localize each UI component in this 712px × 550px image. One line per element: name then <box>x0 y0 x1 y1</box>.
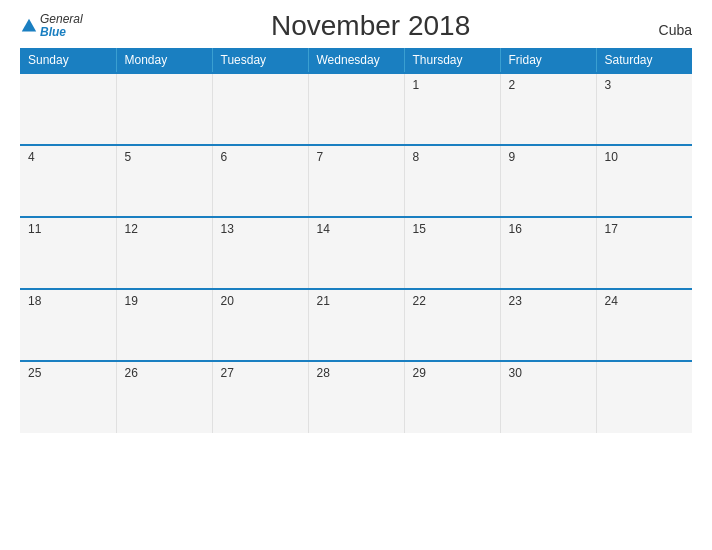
day-number: 2 <box>509 78 516 92</box>
calendar-cell: 10 <box>596 145 692 217</box>
day-header-monday: Monday <box>116 48 212 73</box>
calendar-cell: 24 <box>596 289 692 361</box>
calendar-cell: 14 <box>308 217 404 289</box>
day-number: 8 <box>413 150 420 164</box>
calendar-cell: 25 <box>20 361 116 433</box>
day-number: 24 <box>605 294 618 308</box>
day-number: 21 <box>317 294 330 308</box>
calendar-cell: 15 <box>404 217 500 289</box>
week-row-4: 252627282930 <box>20 361 692 433</box>
day-number: 11 <box>28 222 41 236</box>
day-number: 9 <box>509 150 516 164</box>
day-header-tuesday: Tuesday <box>212 48 308 73</box>
day-number: 14 <box>317 222 330 236</box>
day-number: 15 <box>413 222 426 236</box>
day-number: 25 <box>28 366 41 380</box>
day-header-thursday: Thursday <box>404 48 500 73</box>
week-row-1: 45678910 <box>20 145 692 217</box>
day-number: 6 <box>221 150 228 164</box>
calendar-cell <box>212 73 308 145</box>
logo-icon <box>20 17 38 35</box>
calendar-body: 1234567891011121314151617181920212223242… <box>20 73 692 433</box>
day-number: 17 <box>605 222 618 236</box>
day-number: 26 <box>125 366 138 380</box>
day-number: 5 <box>125 150 132 164</box>
day-number: 23 <box>509 294 522 308</box>
calendar-cell: 13 <box>212 217 308 289</box>
day-number: 29 <box>413 366 426 380</box>
week-row-0: 123 <box>20 73 692 145</box>
calendar-cell: 17 <box>596 217 692 289</box>
calendar-cell: 16 <box>500 217 596 289</box>
calendar-cell <box>308 73 404 145</box>
page-header: General Blue November 2018 Cuba <box>20 10 692 42</box>
logo: General Blue <box>20 13 83 39</box>
day-header-friday: Friday <box>500 48 596 73</box>
calendar-table: SundayMondayTuesdayWednesdayThursdayFrid… <box>20 48 692 433</box>
calendar-title: November 2018 <box>271 10 470 42</box>
day-number: 12 <box>125 222 138 236</box>
day-number: 10 <box>605 150 618 164</box>
calendar-cell: 29 <box>404 361 500 433</box>
calendar-cell: 21 <box>308 289 404 361</box>
calendar-cell: 5 <box>116 145 212 217</box>
calendar-cell <box>116 73 212 145</box>
calendar-cell: 11 <box>20 217 116 289</box>
calendar-cell: 20 <box>212 289 308 361</box>
logo-blue-text: Blue <box>40 26 83 39</box>
days-row: SundayMondayTuesdayWednesdayThursdayFrid… <box>20 48 692 73</box>
calendar-cell: 2 <box>500 73 596 145</box>
calendar-cell: 9 <box>500 145 596 217</box>
day-number: 7 <box>317 150 324 164</box>
calendar-cell: 8 <box>404 145 500 217</box>
day-number: 16 <box>509 222 522 236</box>
day-number: 3 <box>605 78 612 92</box>
day-number: 27 <box>221 366 234 380</box>
calendar-cell <box>596 361 692 433</box>
day-header-wednesday: Wednesday <box>308 48 404 73</box>
day-number: 1 <box>413 78 420 92</box>
calendar-cell <box>20 73 116 145</box>
calendar-cell: 26 <box>116 361 212 433</box>
day-number: 20 <box>221 294 234 308</box>
calendar-cell: 30 <box>500 361 596 433</box>
day-number: 4 <box>28 150 35 164</box>
calendar-cell: 28 <box>308 361 404 433</box>
day-header-saturday: Saturday <box>596 48 692 73</box>
day-number: 22 <box>413 294 426 308</box>
day-header-sunday: Sunday <box>20 48 116 73</box>
calendar-cell: 23 <box>500 289 596 361</box>
calendar-cell: 1 <box>404 73 500 145</box>
day-number: 28 <box>317 366 330 380</box>
country-label: Cuba <box>659 22 692 42</box>
day-number: 19 <box>125 294 138 308</box>
calendar-header: SundayMondayTuesdayWednesdayThursdayFrid… <box>20 48 692 73</box>
calendar-cell: 18 <box>20 289 116 361</box>
calendar-cell: 7 <box>308 145 404 217</box>
day-number: 30 <box>509 366 522 380</box>
day-number: 18 <box>28 294 41 308</box>
calendar-cell: 4 <box>20 145 116 217</box>
calendar-cell: 27 <box>212 361 308 433</box>
calendar-cell: 12 <box>116 217 212 289</box>
calendar-cell: 22 <box>404 289 500 361</box>
week-row-2: 11121314151617 <box>20 217 692 289</box>
calendar-cell: 3 <box>596 73 692 145</box>
week-row-3: 18192021222324 <box>20 289 692 361</box>
day-number: 13 <box>221 222 234 236</box>
calendar-cell: 6 <box>212 145 308 217</box>
calendar-cell: 19 <box>116 289 212 361</box>
svg-marker-0 <box>22 19 36 32</box>
